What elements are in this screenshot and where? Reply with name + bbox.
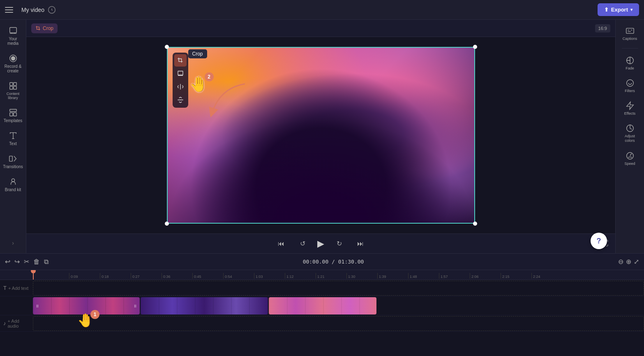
- float-flip-h-btn[interactable]: [174, 81, 187, 93]
- playback-controls: ⏮ ↺ ▶ ↻ ⏭ ⛶: [26, 233, 615, 253]
- ruler-mark-13: 1:57: [439, 273, 470, 279]
- ruler-mark-16: 2:24: [531, 273, 562, 279]
- video-clip-1[interactable]: ⏸ ⏸: [33, 297, 140, 314]
- help-button[interactable]: ?: [591, 233, 607, 249]
- text-track-label: T + Add text: [0, 285, 33, 291]
- svg-rect-4: [9, 83, 12, 86]
- hamburger-menu[interactable]: [5, 5, 15, 15]
- sidebar-item-brand-kit[interactable]: Brand kit: [2, 174, 25, 195]
- effects-icon: [626, 101, 635, 110]
- rewind-5-button[interactable]: ↺: [296, 237, 309, 250]
- effects-label: Effects: [624, 111, 635, 116]
- ruler-mark-5: 0:45: [192, 273, 223, 279]
- preview-toolbar: Crop 16:9: [26, 20, 615, 37]
- aspect-ratio-badge: 16:9: [595, 24, 610, 32]
- zoom-out-button[interactable]: ⊖: [618, 258, 623, 266]
- redo-button[interactable]: ↪: [14, 258, 20, 266]
- speed-label: Speed: [624, 162, 635, 166]
- video-preview: Crop 🤚 2: [167, 47, 475, 224]
- speed-icon: [626, 151, 635, 160]
- add-audio-btn[interactable]: + Add audio: [8, 319, 30, 328]
- sidebar-item-templates[interactable]: Templates: [2, 105, 25, 126]
- sidebar-label-brand-kit: Brand kit: [5, 187, 21, 192]
- forward-5-button[interactable]: ↻: [332, 237, 346, 250]
- right-tool-filters[interactable]: Filters: [618, 75, 642, 96]
- svg-rect-10: [13, 113, 16, 116]
- right-sidebar-divider: [622, 48, 638, 49]
- float-crop-btn[interactable]: [174, 54, 187, 67]
- right-tool-captions[interactable]: Captions: [618, 23, 642, 44]
- zoom-fit-button[interactable]: ⤢: [634, 258, 639, 266]
- add-text-btn[interactable]: + Add text: [8, 286, 28, 291]
- save-icon[interactable]: [48, 6, 56, 14]
- sidebar-collapse-btn[interactable]: ›: [12, 240, 14, 246]
- right-tool-effects[interactable]: Effects: [618, 98, 642, 119]
- video-clip-2[interactable]: [141, 297, 268, 314]
- ruler-mark-1: 0:09: [69, 273, 100, 279]
- float-flip-h-icon: [177, 83, 184, 90]
- ruler-mark-4: 0:36: [162, 273, 192, 279]
- crop-icon: [35, 25, 41, 31]
- right-tool-adjust-colors[interactable]: Adjustcolors: [618, 120, 642, 146]
- adjust-colors-label: Adjustcolors: [625, 134, 635, 143]
- zoom-in-button[interactable]: ⊕: [626, 258, 631, 266]
- ruler-mark-15: 2:15: [501, 273, 531, 279]
- transitions-icon: [9, 154, 18, 163]
- cut-button[interactable]: ✂: [24, 258, 29, 266]
- right-tool-fade[interactable]: Fade: [618, 53, 642, 74]
- svg-rect-13: [178, 71, 183, 75]
- left-sidebar: Your media Record &create Content librar…: [0, 20, 26, 253]
- sidebar-item-record-create[interactable]: Record &create: [2, 51, 25, 76]
- media-icon: [9, 26, 18, 35]
- delete-button[interactable]: 🗑: [33, 258, 40, 266]
- video-background: [168, 48, 474, 223]
- crop-handle-tr[interactable]: [473, 45, 477, 49]
- skip-forward-button[interactable]: ⏭: [354, 237, 367, 250]
- crop-handle-bl[interactable]: [165, 222, 169, 226]
- play-button[interactable]: ▶: [317, 238, 324, 249]
- sidebar-item-transitions[interactable]: Transitions: [2, 151, 25, 172]
- ruler-mark-3: 0:27: [131, 273, 162, 279]
- timeline-section: ↩ ↪ ✂ 🗑 ⧉ 00:00.00 / 01:30.00 ⊖ ⊕ ⤢ 0:09…: [0, 253, 644, 356]
- timeline-playhead[interactable]: [33, 270, 34, 280]
- svg-rect-14: [626, 28, 633, 34]
- sidebar-label-content-library: Content library: [3, 92, 23, 100]
- sidebar-item-your-media[interactable]: Your media: [2, 23, 25, 49]
- float-resize-btn[interactable]: [174, 67, 187, 80]
- skip-back-button[interactable]: ⏮: [275, 237, 288, 250]
- timeline-ruler: 0:09 0:18 0:27 0:36 0:45 0:54 1:03 1:12 …: [0, 270, 644, 280]
- sidebar-item-content-library[interactable]: Content library: [2, 78, 25, 103]
- timeline-zoom-controls: ⊖ ⊕ ⤢: [618, 258, 639, 266]
- float-resize-icon: [177, 70, 184, 77]
- crop-handle-br[interactable]: [473, 222, 477, 226]
- audio-track-content[interactable]: [33, 316, 644, 331]
- filters-label: Filters: [625, 89, 635, 93]
- svg-rect-7: [13, 86, 16, 89]
- export-button[interactable]: ⬆ Export ▾: [598, 3, 639, 16]
- timeline-tracks: T + Add text ⏸ ⏸: [0, 280, 644, 356]
- svg-point-12: [12, 179, 14, 182]
- video-track-content[interactable]: ⏸ ⏸: [33, 297, 644, 314]
- sidebar-item-text[interactable]: Text: [2, 128, 25, 149]
- ruler-mark-10: 1:30: [346, 273, 377, 279]
- float-flip-v-btn[interactable]: [174, 94, 187, 106]
- crop-handle-tl[interactable]: [165, 45, 169, 49]
- undo-button[interactable]: ↩: [5, 258, 10, 266]
- duplicate-button[interactable]: ⧉: [44, 258, 48, 266]
- brand-icon: [9, 177, 18, 186]
- adjust-colors-icon: [626, 124, 635, 133]
- svg-point-2: [11, 56, 15, 60]
- record-icon: [9, 54, 18, 63]
- text-icon: [9, 131, 18, 140]
- video-clip-3[interactable]: [269, 297, 376, 314]
- svg-rect-5: [13, 83, 16, 86]
- crop-button[interactable]: Crop: [31, 23, 58, 33]
- text-track-content[interactable]: [33, 281, 644, 296]
- top-bar: My video ⬆ Export ▾: [0, 0, 644, 20]
- floating-toolbar: [173, 53, 188, 108]
- right-tool-speed[interactable]: Speed: [618, 148, 642, 169]
- ruler-mark-12: 1:48: [408, 273, 439, 279]
- fade-label: Fade: [626, 66, 634, 70]
- svg-point-16: [626, 80, 633, 87]
- video-frame: [167, 47, 475, 224]
